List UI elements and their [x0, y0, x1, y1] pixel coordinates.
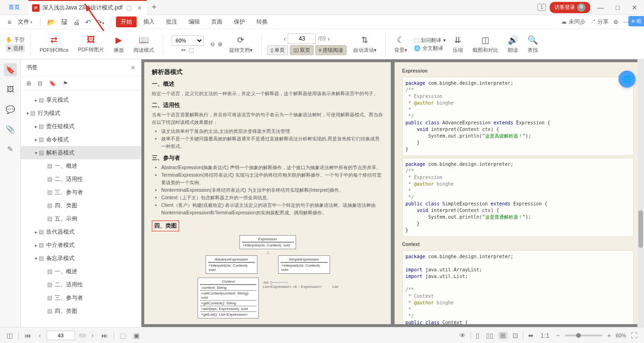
expand-all-icon[interactable]: ⊞ [26, 80, 31, 87]
sync-status[interactable]: ☁ 未同步 [561, 18, 585, 26]
autoscroll-button[interactable]: ⇅自动滚动▾ [350, 35, 380, 54]
full-translate[interactable]: 🌐全文翻译 [414, 45, 446, 52]
menu-page[interactable]: 页面 [206, 18, 227, 26]
sb-page-input[interactable] [47, 331, 75, 340]
select-tool[interactable]: ➤选择 [6, 44, 25, 52]
close-icon[interactable]: ✕ [628, 4, 641, 11]
menu-insert[interactable]: 插入 [139, 18, 159, 26]
comment-panel-icon[interactable]: 💬 [4, 103, 17, 116]
hand-tool[interactable]: ✋手型 [6, 36, 25, 43]
bookmark-item[interactable]: ▸▤责任链模式 [21, 120, 141, 133]
print-icon[interactable]: 🖨 [71, 18, 82, 26]
settings-icon[interactable]: ⚙ [613, 19, 619, 25]
sb-view1-icon[interactable]: ▯ [474, 332, 481, 339]
next-page-icon[interactable]: › [328, 35, 330, 42]
zoom-slider[interactable] [565, 335, 603, 336]
continuous-button[interactable]: ≡连续阅读 [315, 45, 347, 55]
tab-add-button[interactable]: + [147, 2, 162, 12]
sb-fullscreen-icon[interactable]: ⛶ [629, 332, 639, 339]
speak-button[interactable]: 🔊朗读 [505, 35, 521, 54]
sb-zoom-in-icon[interactable]: + [605, 332, 613, 339]
bookmark-item[interactable]: ▤三、参与者 [21, 186, 141, 199]
sb-view4-icon[interactable]: ⊡ [511, 332, 520, 339]
document-content[interactable]: 解析器模式 一、概述 给定一个语言，定义它的文法的一种表示，并定义一个解释器，这… [141, 59, 644, 327]
minimize-icon[interactable]: — [594, 4, 607, 11]
double-page-button[interactable]: ▯▯双页 [290, 45, 314, 55]
bookmark-item[interactable]: ▸▤迭代器模式 [21, 225, 141, 238]
bookmark-item[interactable]: ▤一、概述 [21, 265, 141, 278]
sb-first-icon[interactable]: ⏮ [23, 332, 33, 339]
menu-protect[interactable]: 保护 [229, 18, 250, 26]
sb-fit-icon[interactable]: ⬌ [526, 332, 536, 339]
thumbnail-panel-icon[interactable]: 🖼 [4, 83, 17, 96]
menu-file[interactable]: 文件▾ [15, 18, 35, 26]
sb-zoom-out-icon[interactable]: − [554, 332, 562, 339]
zoom-out-icon[interactable]: ⊖ [210, 41, 215, 48]
sb-last-icon[interactable]: ⏭ [99, 332, 110, 339]
menu-edit[interactable]: 编辑 [184, 18, 205, 26]
rotate-button[interactable]: ⟳旋转文档▾ [226, 35, 256, 54]
sb-next-icon[interactable]: › [90, 332, 96, 339]
bookmark-item[interactable]: ▤四、类图 [21, 199, 141, 212]
pdf-to-office[interactable]: ⇄PDF转Office [37, 35, 72, 54]
login-button[interactable]: 访客登录 [550, 2, 590, 13]
sb-eye-icon[interactable]: 👁 [457, 332, 468, 339]
bookmark-item[interactable]: ▤三、参与者 [21, 291, 141, 304]
play-button[interactable]: ▶播放 [111, 35, 127, 54]
bookmark-item[interactable]: ▤二、适用性 [21, 172, 141, 186]
bookmark-item[interactable]: ▸▤中介者模式 [21, 238, 141, 252]
save-icon[interactable]: 🖫 [59, 18, 69, 26]
pdf-to-image[interactable]: 🖼PDF转图片 [75, 35, 107, 53]
bookmark-tool-icon[interactable]: ⚑ [63, 80, 68, 87]
bookmark-panel-icon[interactable]: 🔖 [4, 63, 17, 76]
sb-prev-icon[interactable]: ‹ [37, 332, 43, 339]
sidebar-close-icon[interactable]: ✕ [131, 65, 135, 71]
attachment-panel-icon[interactable]: 📎 [4, 122, 17, 136]
bookmark-item[interactable]: ▾▤行为模式 [21, 106, 141, 120]
background-button[interactable]: ☾背景▾ [391, 35, 410, 54]
bookmark-item[interactable]: ▸▤命令模式 [21, 133, 141, 146]
single-page-button[interactable]: ▯单页 [267, 45, 288, 55]
signature-panel-icon[interactable]: ✎ [4, 142, 17, 155]
bookmark-item[interactable]: ▤一、概述 [21, 159, 141, 172]
tab-home[interactable]: 首页 [0, 0, 28, 15]
sb-markup-icon[interactable]: ▣ [132, 332, 141, 339]
float-translate-button[interactable]: 🌐 [619, 71, 636, 88]
fit-page-icon[interactable]: ⬚ [189, 47, 194, 53]
bookmark-item[interactable]: ▸▤享元模式 [21, 93, 141, 106]
collapse-all-icon[interactable]: ⊟ [38, 80, 42, 87]
prev-page-icon[interactable]: ‹ [284, 35, 286, 42]
more-icon[interactable]: ⋯ [623, 19, 629, 25]
share-button[interactable]: ↗ 分享 [590, 18, 609, 26]
sb-crop-icon[interactable]: ⬚ [118, 332, 128, 339]
fit-width-icon[interactable]: ⇔ [181, 47, 186, 53]
tab-close-icon[interactable]: ✕ [137, 5, 142, 11]
read-mode[interactable]: 📖阅读模式 [131, 35, 157, 54]
menu-convert[interactable]: 转换 [252, 18, 272, 26]
sb-view2-icon[interactable]: ▯▯ [484, 332, 495, 339]
bookmark-item[interactable]: ▤四、类图 [21, 304, 141, 318]
menu-annotate[interactable]: 批注 [161, 18, 182, 26]
bookmark-item[interactable]: ▾▤备忘录模式 [21, 252, 141, 265]
new-bookmark-icon[interactable]: 🔖 [49, 80, 56, 87]
compress-button[interactable]: ⇊压缩 [450, 35, 466, 54]
vertical-scrollbar[interactable] [637, 59, 644, 327]
bookmark-tree[interactable]: ▸▤享元模式▾▤行为模式▸▤责任链模式▸▤命令模式▾▤解析器模式▤一、概述▤二、… [21, 90, 141, 327]
sb-view3-icon[interactable]: ⊞ [498, 332, 508, 339]
sb-zoom-value[interactable]: 60% [616, 333, 626, 338]
bookmark-item[interactable]: ▤五、示例 [21, 212, 141, 225]
cloud-badge[interactable]: ⊕ 稻 [628, 16, 644, 26]
sb-panel-icon[interactable]: ◫ [5, 332, 15, 339]
maximize-icon[interactable]: □ [611, 4, 624, 11]
hamburger-icon[interactable]: ≡ [6, 18, 13, 26]
find-button[interactable]: 🔍查找 [525, 35, 541, 54]
tab-present-icon[interactable]: ▢ [126, 5, 132, 11]
sb-onetoone-icon[interactable]: 1:1 [538, 332, 551, 339]
open-icon[interactable]: 📂 [45, 18, 57, 26]
undo-icon[interactable]: ↶ [83, 18, 93, 26]
compare-button[interactable]: ◫截图和对比 [470, 35, 501, 54]
menu-start[interactable]: 开始 [116, 16, 137, 27]
badge-count[interactable]: 1 [537, 4, 546, 11]
bookmark-item[interactable]: ▾▤解析器模式 [21, 146, 141, 159]
zoom-select[interactable]: 60% [172, 35, 204, 46]
